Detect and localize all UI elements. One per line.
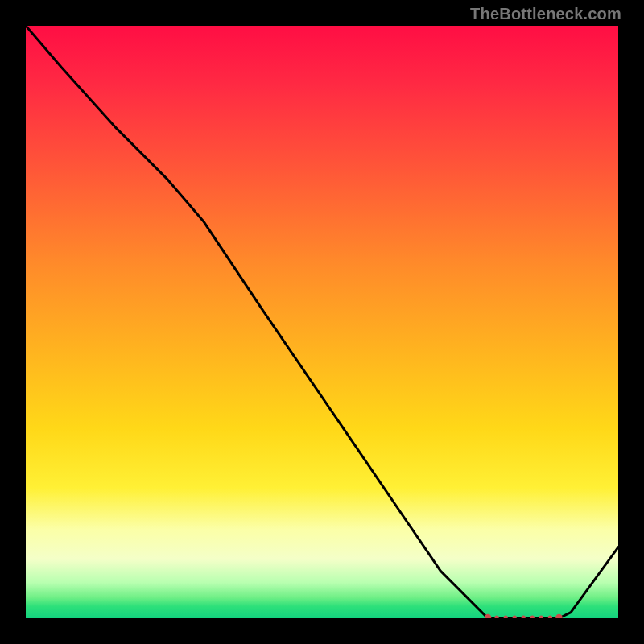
chart-dotted-segment xyxy=(485,614,563,618)
chart-line-group xyxy=(26,26,618,618)
chart-dot xyxy=(513,615,517,618)
chart-dot xyxy=(548,615,552,618)
chart-dot xyxy=(555,614,562,618)
chart-dot xyxy=(539,615,543,618)
watermark-text: TheBottleneck.com xyxy=(470,5,621,23)
chart-dot xyxy=(522,615,526,618)
chart-dot xyxy=(530,615,535,618)
chart-main-curve xyxy=(26,26,618,618)
chart-dot xyxy=(495,615,499,618)
chart-dot xyxy=(504,615,508,618)
chart-svg xyxy=(26,26,618,618)
chart-plot-area xyxy=(26,26,618,618)
chart-stage: TheBottleneck.com xyxy=(0,0,644,644)
